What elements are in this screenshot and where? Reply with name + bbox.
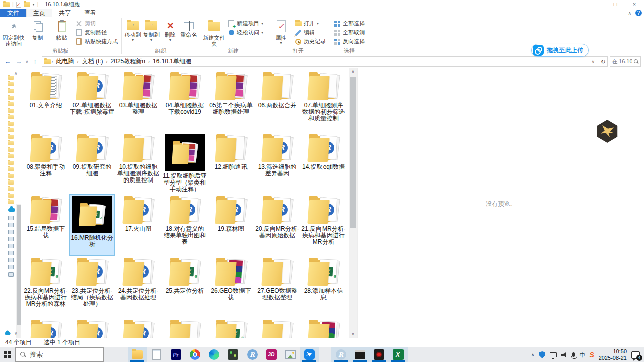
move-to-button[interactable]: → 移动到▾ bbox=[124, 18, 142, 45]
file-item[interactable]: X16.MR随机化分析 bbox=[69, 194, 115, 256]
copy-button[interactable]: 复制 bbox=[26, 18, 49, 47]
file-item[interactable]: 04.单细胞数据下载covid19 bbox=[162, 70, 207, 132]
scrollbar-thumb[interactable] bbox=[350, 77, 356, 228]
tree-folder-icon[interactable] bbox=[8, 122, 14, 126]
drive-icon[interactable] bbox=[8, 244, 14, 248]
dark-taskbar-icon[interactable] bbox=[223, 347, 243, 362]
tree-folder-icon[interactable] bbox=[8, 194, 14, 198]
file-list-scrollbar[interactable]: ∧ ∨ bbox=[349, 68, 357, 338]
tree-folder-icon[interactable] bbox=[8, 154, 14, 158]
breadcrumb-current[interactable]: 16.10.1单细胞 bbox=[151, 57, 193, 66]
tree-folder-icon[interactable] bbox=[8, 82, 14, 86]
copy-to-button[interactable]: → 复制到▾ bbox=[142, 18, 160, 45]
file-item[interactable]: 11.提取细胞后亚型分型（聚类和手动注释） bbox=[162, 132, 207, 194]
rename-button[interactable]: 重命名 bbox=[180, 18, 198, 45]
file-item[interactable]: R13.筛选细胞的差异基因 bbox=[255, 132, 300, 194]
excel-taskbar-icon[interactable]: X bbox=[388, 347, 408, 362]
drive-icon[interactable] bbox=[8, 230, 14, 234]
qat-customize-icon[interactable]: ▾ bbox=[33, 2, 35, 7]
back-icon[interactable]: ← bbox=[3, 58, 12, 65]
file-item[interactable]: 26.GEO数据下载 bbox=[208, 256, 254, 318]
tab-share[interactable]: 共享 bbox=[52, 9, 77, 17]
file-item-partial[interactable]: R bbox=[23, 318, 68, 338]
copy-path-button[interactable]: 复制路径 bbox=[74, 28, 119, 37]
properties-quick-icon[interactable]: ✓ bbox=[16, 2, 21, 8]
explorer-taskbar-icon[interactable] bbox=[128, 347, 147, 362]
rblue-taskbar-icon[interactable]: R bbox=[243, 347, 262, 362]
volume-icon[interactable] bbox=[561, 352, 568, 358]
pin-to-quick-access-button[interactable]: 固定到快速访问 bbox=[2, 18, 25, 47]
tree-folder-icon[interactable] bbox=[8, 102, 14, 106]
new-item-button[interactable]: 新建项目 ▾ bbox=[226, 19, 265, 28]
file-item[interactable]: R14.提取eqtl数据 bbox=[301, 132, 346, 194]
file-item[interactable]: 01.文章介绍 bbox=[23, 70, 68, 132]
delete-button[interactable]: × 删除▾ bbox=[161, 18, 179, 45]
breadcrumb-drive[interactable]: 文档 (I:) bbox=[80, 57, 105, 66]
file-item[interactable]: 10.提取的细胞单细胞测序数据的质量控制 bbox=[116, 132, 161, 194]
sogou-icon[interactable]: S bbox=[589, 351, 594, 359]
file-item[interactable]: R21.反向MR分析-疾病和基因进行MR分析 bbox=[301, 194, 346, 256]
netdisk-upload-button[interactable]: 拖拽至此上传 bbox=[531, 44, 589, 57]
photos-taskbar-icon[interactable] bbox=[281, 347, 300, 362]
invert-selection-button[interactable]: 反向选择 bbox=[332, 37, 366, 46]
cut-button[interactable]: 剪切 bbox=[74, 19, 119, 28]
start-button[interactable] bbox=[0, 347, 15, 362]
tree-folder-icon[interactable] bbox=[8, 161, 14, 165]
tab-home[interactable]: 主页 bbox=[26, 9, 52, 17]
tree-folder-icon[interactable] bbox=[8, 128, 14, 132]
tree-folder-icon[interactable] bbox=[8, 187, 14, 191]
tree-folder-icon[interactable] bbox=[8, 167, 14, 171]
file-item-partial[interactable]: R bbox=[69, 318, 115, 338]
history-dropdown-icon[interactable]: ∨ bbox=[25, 59, 29, 64]
tree-folder-icon[interactable] bbox=[8, 135, 14, 139]
file-item[interactable]: R20.反向MR分析-基因原始数据 bbox=[255, 194, 300, 256]
file-item[interactable]: R24.共定位分析-基因数据处理 bbox=[116, 256, 161, 318]
drive-icon[interactable] bbox=[8, 265, 14, 269]
tab-view[interactable]: 查看 bbox=[77, 9, 103, 17]
tree-folder-icon[interactable] bbox=[8, 148, 14, 152]
nav-scroll-down-icon[interactable]: ∨ bbox=[14, 331, 18, 336]
easy-access-button[interactable]: 轻松访问 ▾ bbox=[226, 28, 265, 37]
file-item-partial[interactable]: X bbox=[208, 318, 254, 338]
tree-folder-icon[interactable] bbox=[8, 174, 14, 178]
select-none-button[interactable]: 全部取消 bbox=[332, 28, 366, 37]
breadcrumb[interactable]: › 此电脑 › 文档 (I:) › 2025教程新n › 16.10.1单细胞 … bbox=[42, 56, 599, 67]
taskbar-search-box[interactable]: 搜索 bbox=[15, 347, 104, 362]
paste-shortcut-button[interactable]: 粘贴快捷方式 bbox=[74, 37, 119, 46]
pr-taskbar-icon[interactable]: Pr bbox=[166, 347, 185, 362]
file-item[interactable]: R09.提取研究的细胞 bbox=[69, 132, 115, 194]
onedrive-icon[interactable] bbox=[8, 208, 15, 212]
file-item[interactable]: 05第二个疾病单细胞数据处理 bbox=[208, 70, 254, 132]
tree-folder-icon[interactable] bbox=[8, 141, 14, 145]
file-item[interactable]: 03.单细胞数据整理 bbox=[116, 70, 161, 132]
network-icon[interactable] bbox=[550, 352, 557, 357]
forward-icon[interactable]: → bbox=[14, 58, 23, 65]
microphone-icon[interactable] bbox=[572, 352, 575, 357]
file-item[interactable]: R23.共定位分析-结局（疾病数据处理） bbox=[69, 256, 115, 318]
rec-taskbar-icon[interactable] bbox=[369, 347, 388, 362]
open-button[interactable]: 打开 ▾ bbox=[293, 19, 328, 28]
file-item[interactable]: 15.结局数据下载 bbox=[23, 194, 68, 256]
tree-folder-icon[interactable] bbox=[8, 200, 14, 204]
address-dropdown-icon[interactable]: ∨ bbox=[589, 59, 597, 64]
file-item[interactable]: R02.单细胞数据下载-疾病脓毒症 bbox=[69, 70, 115, 132]
paste-button[interactable]: 粘贴 bbox=[50, 18, 73, 47]
file-item[interactable]: X25.共定位分析 bbox=[162, 256, 207, 318]
3d-taskbar-icon[interactable]: 3D bbox=[262, 347, 281, 362]
rgray-taskbar-icon[interactable]: R bbox=[331, 347, 350, 362]
breadcrumb-this-pc[interactable]: 此电脑 bbox=[54, 57, 76, 66]
tree-folder-icon[interactable] bbox=[8, 76, 14, 80]
tree-folder-icon[interactable] bbox=[8, 109, 14, 113]
navigation-pane[interactable]: ∧ ∨ bbox=[0, 68, 22, 338]
file-item-partial[interactable] bbox=[255, 318, 300, 338]
file-item[interactable]: R18.对有意义的结果单独出图和表 bbox=[162, 194, 207, 256]
file-item[interactable]: 12.细胞通讯 bbox=[208, 132, 254, 194]
tab-file[interactable]: 文件 bbox=[0, 9, 26, 17]
new-folder-quick-icon[interactable] bbox=[24, 2, 30, 7]
file-item-partial[interactable] bbox=[301, 318, 346, 338]
ime-indicator-icon[interactable]: 中 bbox=[579, 351, 585, 359]
thunder-taskbar-icon[interactable] bbox=[300, 347, 319, 362]
up-icon[interactable]: ↑ bbox=[31, 58, 40, 65]
tree-folder-icon[interactable] bbox=[8, 115, 14, 119]
term-taskbar-icon[interactable] bbox=[350, 347, 369, 362]
